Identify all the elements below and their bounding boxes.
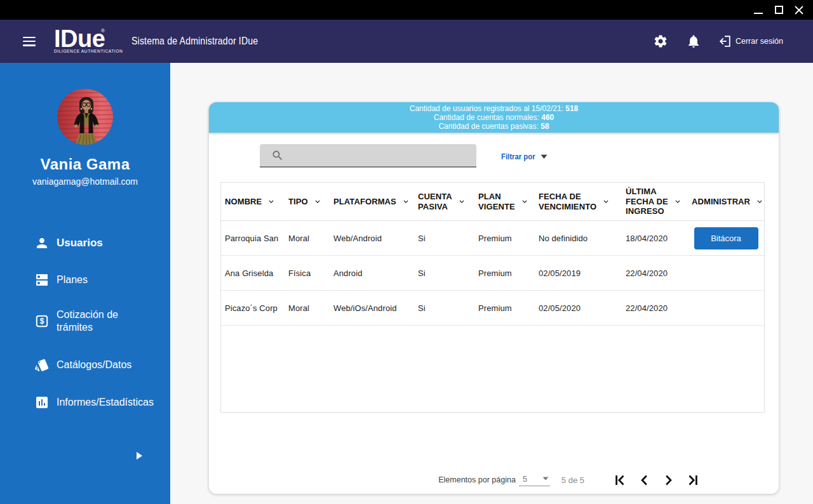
stats-value: 518 bbox=[565, 104, 578, 113]
column-header-plataformas[interactable]: PLATAFORMAS bbox=[330, 197, 414, 207]
sidebar-item-label: Usuarios bbox=[57, 237, 103, 249]
column-header-administrar[interactable]: ADMINISTRAR bbox=[688, 197, 764, 207]
table-row: Parroquia San Moral Web/Android Si Premi… bbox=[221, 221, 764, 256]
next-page-button[interactable] bbox=[662, 472, 674, 488]
sidebar-item-catalogos[interactable]: Catálogos/Datos bbox=[0, 357, 170, 373]
cell-cuenta-pasiva: Si bbox=[414, 303, 474, 313]
app-logo: IDue ® DILIGENCE AUTHENTICATION bbox=[54, 29, 104, 54]
minimize-button[interactable] bbox=[748, 0, 769, 20]
sidebar-expand-button[interactable] bbox=[135, 451, 144, 463]
column-label: CUENTA PASIVA bbox=[418, 192, 452, 211]
table-row: Ana Griselda Física Android Si Premium 0… bbox=[221, 256, 764, 291]
first-page-button[interactable] bbox=[614, 472, 626, 488]
cell-nombre: Ana Griselda bbox=[221, 269, 285, 278]
cell-cuenta-pasiva: Si bbox=[414, 269, 474, 278]
sidebar-item-informes[interactable]: Informes/Estadísticas bbox=[0, 395, 170, 410]
sidebar-item-planes[interactable]: Planes bbox=[0, 272, 170, 288]
cell-fecha-vencimiento: 02/05/2019 bbox=[535, 269, 622, 278]
column-header-nombre[interactable]: NOMBRE bbox=[221, 197, 285, 207]
cell-nombre: Picazo´s Corp bbox=[221, 303, 285, 313]
chart-icon bbox=[34, 395, 50, 410]
sidebar-item-label: Catálogos/Datos bbox=[57, 359, 131, 371]
column-label: TIPO bbox=[288, 197, 308, 207]
quote-icon: $ bbox=[34, 314, 50, 329]
cell-ultima-fecha: 22/04/2020 bbox=[622, 269, 688, 278]
logout-icon bbox=[718, 34, 732, 48]
column-header-tipo[interactable]: TIPO bbox=[285, 197, 330, 207]
sidebar: Vania Gama vaniagamag@hotmail.com Usuari… bbox=[0, 63, 170, 504]
cell-ultima-fecha: 18/04/2020 bbox=[622, 234, 688, 243]
bell-icon[interactable] bbox=[686, 34, 701, 49]
gear-icon[interactable] bbox=[653, 34, 668, 49]
chevron-left-icon bbox=[639, 475, 650, 486]
app-header: IDue ® DILIGENCE AUTHENTICATION Sistema … bbox=[0, 20, 813, 63]
user-name: Vania Gama bbox=[0, 156, 170, 173]
search-input[interactable] bbox=[284, 144, 476, 166]
logo-subtext: DILIGENCE AUTHENTICATION bbox=[54, 50, 104, 54]
close-button[interactable] bbox=[789, 0, 809, 20]
chevron-down-icon bbox=[520, 197, 529, 206]
last-page-icon bbox=[687, 475, 698, 486]
cell-plataformas: Web/Android bbox=[330, 234, 414, 243]
sidebar-item-usuarios[interactable]: Usuarios bbox=[0, 235, 170, 251]
page-title: Sistema de Administrador IDue bbox=[131, 35, 258, 48]
column-label: ADMINISTRAR bbox=[692, 197, 750, 207]
paginator: Elementos por página 5 5 de 5 bbox=[438, 471, 698, 489]
sidebar-item-cotizacion[interactable]: $ Cotización de trámites bbox=[0, 308, 170, 334]
cell-plan-vigente: Premium bbox=[474, 234, 535, 243]
caret-down-icon bbox=[541, 154, 548, 159]
bitacora-button[interactable]: Bitácora bbox=[694, 227, 758, 249]
stats-line: Cantidad de usuarios registrados al 15/0… bbox=[410, 104, 579, 113]
column-header-fecha-vencimiento[interactable]: FECHA DE VENCIMIENTO bbox=[535, 192, 622, 211]
plans-icon bbox=[34, 272, 50, 288]
users-table: NOMBRE TIPO PLATAFORMAS CUENTA PASIVA bbox=[220, 182, 765, 413]
content-area: Cantidad de usuarios registrados al 15/0… bbox=[170, 63, 813, 504]
chevron-down-icon bbox=[673, 197, 682, 206]
page-size-value: 5 bbox=[523, 474, 527, 484]
chevron-down-icon bbox=[401, 197, 410, 206]
sidebar-item-label: Planes bbox=[57, 274, 88, 286]
cell-tipo: Moral bbox=[285, 234, 330, 243]
chevron-down-icon bbox=[601, 197, 610, 206]
chevron-down-icon bbox=[457, 197, 466, 206]
column-label: PLAN VIGENTE bbox=[478, 192, 515, 211]
previous-page-button[interactable] bbox=[638, 472, 650, 488]
filter-dropdown[interactable]: Filtrar por bbox=[501, 152, 548, 161]
stats-text: Cantidad de cuentas normales: bbox=[434, 113, 541, 122]
users-card: Cantidad de usuarios registrados al 15/0… bbox=[209, 102, 779, 494]
column-label: ÚLTIMA FECHA DE INGRESO bbox=[626, 187, 668, 216]
chevron-down-icon bbox=[755, 197, 764, 206]
stats-line: Cantidad de cuentas normales: 460 bbox=[434, 113, 554, 122]
logout-label: Cerrar sesión bbox=[736, 37, 783, 46]
page-size-select[interactable]: 5 bbox=[519, 474, 550, 486]
maximize-icon bbox=[775, 6, 783, 14]
person-icon bbox=[34, 235, 50, 251]
column-label: PLATAFORMAS bbox=[333, 197, 396, 207]
close-icon bbox=[795, 6, 803, 15]
minimize-icon bbox=[754, 6, 763, 15]
stats-line: Cantidad de cuentas pasivas: 58 bbox=[438, 122, 549, 131]
column-header-ultima-fecha[interactable]: ÚLTIMA FECHA DE INGRESO bbox=[622, 187, 688, 216]
logout-button[interactable]: Cerrar sesión bbox=[718, 34, 783, 48]
cell-plataformas: Android bbox=[330, 269, 414, 278]
last-page-button[interactable] bbox=[687, 472, 698, 488]
column-header-cuenta-pasiva[interactable]: CUENTA PASIVA bbox=[414, 192, 474, 211]
os-title-bar bbox=[0, 0, 813, 20]
cell-fecha-vencimiento: 02/05/2020 bbox=[535, 303, 622, 313]
cell-ultima-fecha: 22/04/2020 bbox=[622, 303, 688, 313]
maximize-button[interactable] bbox=[769, 0, 789, 20]
avatar bbox=[57, 89, 113, 145]
cell-administrar: Bitácora bbox=[688, 227, 764, 249]
column-header-plan-vigente[interactable]: PLAN VIGENTE bbox=[474, 192, 535, 211]
registered-mark: ® bbox=[101, 29, 105, 34]
logo-text: IDue bbox=[54, 29, 105, 49]
stats-value: 460 bbox=[541, 113, 554, 122]
search-field[interactable] bbox=[260, 144, 476, 168]
cell-plataformas: Web/iOs/Android bbox=[330, 303, 414, 313]
expand-arrow-icon bbox=[135, 451, 144, 460]
cell-tipo: Física bbox=[285, 269, 330, 278]
cell-nombre: Parroquia San bbox=[221, 234, 285, 243]
svg-text:$: $ bbox=[40, 317, 44, 326]
menu-icon[interactable] bbox=[23, 37, 36, 46]
cell-fecha-vencimiento: No definidido bbox=[535, 234, 622, 243]
